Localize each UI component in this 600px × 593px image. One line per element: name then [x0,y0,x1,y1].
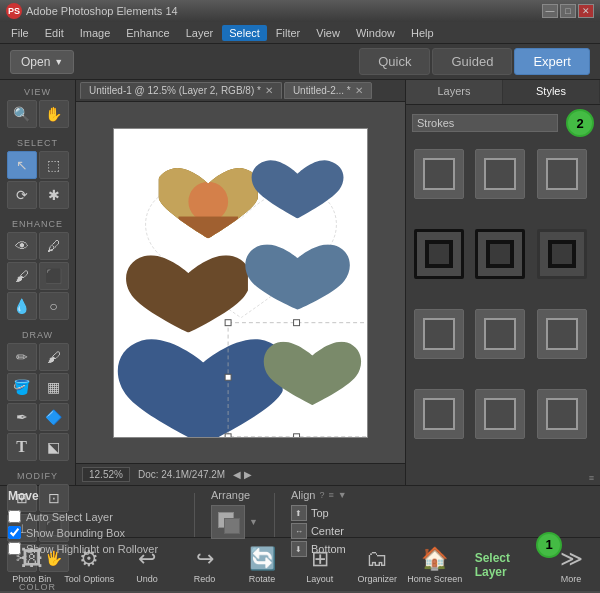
organizer-button[interactable]: 🗂 Organizer [349,540,405,590]
custom-shape-tool[interactable]: ⬕ [39,433,69,461]
layout-label: Layout [306,574,333,584]
pencil-tool[interactable]: ✒ [7,403,37,431]
home-screen-button[interactable]: 🏠 Home Screen [407,540,463,590]
menu-edit[interactable]: Edit [38,25,71,41]
tab-layers[interactable]: Layers [406,80,503,104]
tab-document-2[interactable]: Untitled-2... * ✕ [284,82,372,99]
style-item-7[interactable] [414,309,464,359]
arrange-label: Arrange [211,489,258,501]
scroll-arrow[interactable]: ◀ ▶ [233,469,252,480]
sponge-tool[interactable]: ○ [39,292,69,320]
home-screen-label: Home Screen [407,574,462,584]
minimize-button[interactable]: — [542,4,558,18]
hand-tool[interactable]: ✋ [39,100,69,128]
styles-dropdown[interactable]: Strokes Bevels Drop Shadows Glows Patter… [412,114,558,132]
menu-select[interactable]: Select [222,25,267,41]
brush-tool[interactable]: ✏ [7,343,37,371]
style-item-9[interactable] [537,309,587,359]
tool-options-icon: ⚙ [79,546,99,572]
tab-close-1[interactable]: ✕ [265,85,273,96]
align-top-label: Top [311,507,329,519]
tab-close-2[interactable]: ✕ [355,85,363,96]
move-tool[interactable]: ↖ [7,151,37,179]
redo-button[interactable]: ↪ Redo [177,540,233,590]
panel-options[interactable]: ≡ [406,471,600,485]
mode-quick[interactable]: Quick [359,48,430,75]
layout-button[interactable]: ⊞ Layout [292,540,348,590]
clone-stamp-tool[interactable]: 🖌 [7,262,37,290]
align-help-icon[interactable]: ? [319,490,324,500]
canvas-svg [114,129,367,437]
tool-options-label: Tool Options [64,574,114,584]
style-item-6[interactable] [537,229,587,279]
style-item-2[interactable] [475,149,525,199]
styles-grid [406,141,600,471]
align-options-icon[interactable]: ≡ [328,490,333,500]
bounding-box-label: Show Bounding Box [26,527,125,539]
status-bar: 12.52% Doc: 24.1M/247.2M ◀ ▶ [76,463,405,485]
align-dropdown-icon[interactable]: ▼ [338,490,347,500]
mode-expert[interactable]: Expert [514,48,590,75]
photo-bin-icon: 🖼 [21,546,43,572]
style-item-12[interactable] [537,389,587,439]
style-item-1[interactable] [414,149,464,199]
marquee-tool[interactable]: ⬚ [39,151,69,179]
menu-help[interactable]: Help [404,25,441,41]
style-item-5[interactable] [475,229,525,279]
zoom-display[interactable]: 12.52% [82,467,130,482]
lasso-tool[interactable]: ⟳ [7,181,37,209]
text-tool[interactable]: T [7,433,37,461]
style-item-3[interactable] [537,149,587,199]
bounding-box-row: Show Bounding Box [8,526,178,539]
document-canvas[interactable] [113,128,368,438]
canvas-wrapper[interactable] [76,102,405,463]
app-title: Adobe Photoshop Elements 14 [26,5,178,17]
undo-label: Undo [136,574,158,584]
impressionist-brush[interactable]: 🖌 [39,343,69,371]
zoom-tool[interactable]: 🔍 [7,100,37,128]
spot-heal-tool[interactable]: 🖊 [39,232,69,260]
menu-enhance[interactable]: Enhance [119,25,176,41]
menu-file[interactable]: File [4,25,36,41]
align-top-icon[interactable]: ⬆ [291,505,307,521]
menu-image[interactable]: Image [73,25,118,41]
doc-info: Doc: 24.1M/247.2M [138,469,225,480]
open-button[interactable]: Open ▼ [10,50,74,74]
options-divider [194,493,195,537]
mode-guided[interactable]: Guided [432,48,512,75]
menu-bar: File Edit Image Enhance Layer Select Fil… [0,22,600,44]
menu-view[interactable]: View [309,25,347,41]
red-eye-tool[interactable]: 👁 [7,232,37,260]
magic-wand-tool[interactable]: ✱ [39,181,69,209]
more-icon: ≫ [560,546,583,572]
menu-layer[interactable]: Layer [179,25,221,41]
eraser-tool[interactable]: ⬛ [39,262,69,290]
style-item-4[interactable] [414,229,464,279]
menu-filter[interactable]: Filter [269,25,307,41]
window-controls[interactable]: — □ ✕ [542,4,594,18]
draw-tools-row3: ✒ 🔷 [0,402,75,432]
tab-document-1[interactable]: Untitled-1 @ 12.5% (Layer 2, RGB/8) * ✕ [80,82,282,99]
style-item-8[interactable] [475,309,525,359]
blur-tool[interactable]: 💧 [7,292,37,320]
arrange-dropdown-arrow[interactable]: ▼ [249,517,258,527]
photo-bin-button[interactable]: 🖼 Photo Bin [4,540,60,590]
view-tools-row1: 🔍 ✋ [0,99,75,129]
maximize-button[interactable]: □ [560,4,576,18]
style-item-10[interactable] [414,389,464,439]
svg-rect-12 [294,319,300,325]
bounding-box-checkbox[interactable] [8,526,21,539]
close-button[interactable]: ✕ [578,4,594,18]
menu-window[interactable]: Window [349,25,402,41]
gradient-tool[interactable]: ▦ [39,373,69,401]
undo-button[interactable]: ↩ Undo [119,540,175,590]
arrange-front-btn[interactable] [211,505,245,539]
tab-styles[interactable]: Styles [503,80,600,104]
shape-tool[interactable]: 🔷 [39,403,69,431]
auto-select-checkbox[interactable] [8,510,21,523]
paint-bucket-tool[interactable]: 🪣 [7,373,37,401]
tool-options-button[interactable]: ⚙ Tool Options [62,540,118,590]
rotate-button[interactable]: 🔄 Rotate [234,540,290,590]
style-item-11[interactable] [475,389,525,439]
align-center-icon[interactable]: ↔ [291,523,307,539]
